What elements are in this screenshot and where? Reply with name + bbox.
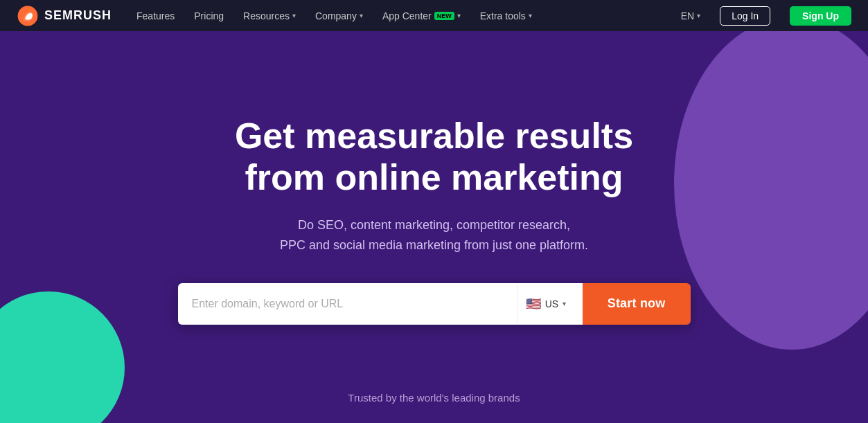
chevron-down-icon: ▾ — [292, 12, 296, 19]
language-selector[interactable]: EN ▾ — [681, 10, 700, 21]
nav-resources[interactable]: Resources ▾ — [243, 10, 296, 21]
nav-features[interactable]: Features — [136, 10, 175, 21]
nav-pricing[interactable]: Pricing — [194, 10, 224, 21]
nav-app-center[interactable]: App Center NEW ▾ — [382, 10, 461, 21]
nav-company[interactable]: Company ▾ — [315, 10, 363, 21]
chevron-down-icon: ▾ — [457, 12, 461, 19]
hero-subtitle: Do SEO, content marketing, competitor re… — [178, 215, 691, 255]
chevron-down-icon: ▾ — [529, 12, 532, 19]
country-selector[interactable]: 🇺🇸 US ▾ — [517, 283, 583, 325]
chevron-down-icon: ▾ — [360, 12, 363, 19]
logo-text: SEMRUSH — [44, 8, 112, 23]
hero-section: Get measurable results from online marke… — [0, 31, 868, 423]
chevron-down-icon: ▾ — [563, 300, 566, 307]
decoration-blob — [0, 291, 125, 423]
country-code: US — [545, 298, 558, 309]
signup-button[interactable]: Sign Up — [790, 6, 851, 26]
navigation: SEMRUSH Features Pricing Resources ▾ Com… — [0, 0, 868, 31]
trusted-text: Trusted by the world's leading brands — [348, 392, 520, 404]
logo[interactable]: SEMRUSH — [17, 5, 112, 27]
hero-title: Get measurable results from online marke… — [178, 116, 691, 199]
search-bar: 🇺🇸 US ▾ Start now — [178, 283, 691, 325]
nav-extra-tools[interactable]: Extra tools ▾ — [480, 10, 532, 21]
start-now-button[interactable]: Start now — [583, 283, 691, 325]
search-input[interactable] — [178, 283, 517, 325]
new-badge: NEW — [434, 12, 454, 20]
hero-content: Get measurable results from online marke… — [178, 116, 691, 324]
decoration-circle — [674, 31, 868, 350]
chevron-down-icon: ▾ — [697, 12, 700, 19]
login-button[interactable]: Log In — [720, 6, 770, 26]
us-flag-icon: 🇺🇸 — [526, 296, 541, 312]
